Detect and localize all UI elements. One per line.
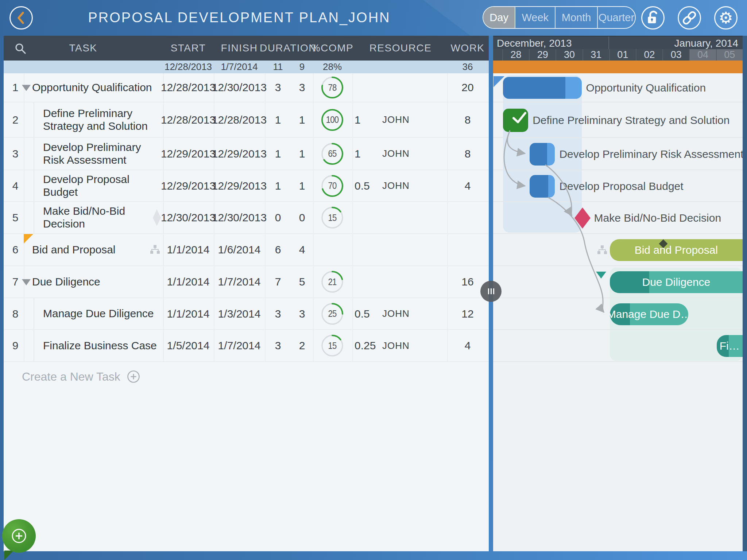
dependency-arrows-overlay [0,0,747,560]
panel-splitter-handle[interactable] [480,281,502,302]
project-plan-app: PROPOSAL DEVELOPMENT PLAN_JOHN DayWeekMo… [0,0,747,560]
floating-add-button[interactable] [2,519,36,553]
add-plus-icon [11,528,27,544]
dependency-arrow-2-3 [507,131,525,153]
dependency-arrow-4-8 [548,197,604,312]
floating-button-fold [4,551,14,560]
dependency-arrow-2-4 [504,131,525,186]
dependency-arrow-3-5 [545,165,572,216]
